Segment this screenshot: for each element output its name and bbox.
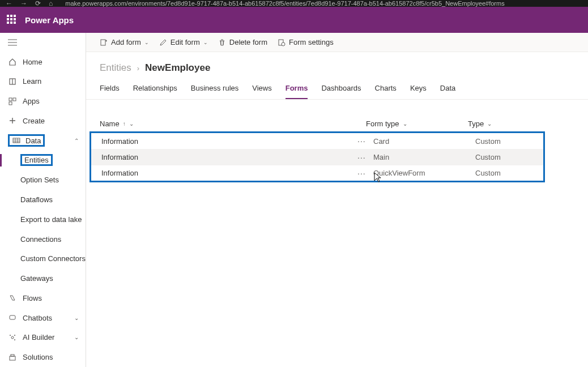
nav-label: Home (23, 58, 42, 66)
app-launcher-icon[interactable] (7, 15, 17, 25)
apps-icon (8, 97, 17, 106)
cell-formtype: QuickViewForm (373, 169, 475, 177)
svg-point-8 (14, 335, 15, 336)
add-form-button[interactable]: Add form ⌄ (100, 38, 149, 46)
solutions-icon (8, 353, 17, 362)
chatbot-icon (8, 313, 17, 322)
nav-apps[interactable]: Apps (0, 91, 86, 111)
nav-data-connections[interactable]: Connections (0, 229, 86, 249)
nav-create[interactable]: Create (0, 111, 86, 131)
tab-fields[interactable]: Fields (100, 84, 120, 99)
app-title: Power Apps (25, 15, 74, 25)
nav-label: Data (25, 136, 41, 145)
nav-data-optionsets[interactable]: Option Sets (0, 170, 86, 190)
cell-type: Custom (475, 137, 543, 146)
svg-rect-2 (13, 98, 16, 101)
table-header: Name ↑ ⌄ Form type ⌄ Type ⌄ (86, 116, 588, 131)
nav-data-customconnectors[interactable]: Custom Connectors (0, 249, 86, 268)
nav-data-export[interactable]: Export to data lake (0, 210, 86, 229)
settings-icon (278, 39, 286, 46)
left-nav: Home Learn Apps Create Data ⌃ Entities O… (0, 33, 86, 367)
table-body-highlight: Information ··· Card Custom Information … (90, 131, 545, 182)
chevron-up-icon: ⌃ (74, 138, 79, 144)
table-row[interactable]: Information ··· Main Custom (91, 149, 543, 165)
svg-rect-4 (13, 138, 20, 143)
tab-data[interactable]: Data (440, 84, 455, 99)
nav-label: Chatbots (23, 314, 52, 322)
address-bar[interactable]: make.powerapps.com/environments/7ed8d91e… (65, 0, 504, 7)
svg-rect-5 (10, 315, 15, 319)
column-header-type[interactable]: Type ⌄ (468, 120, 547, 128)
col-label: Form type (366, 120, 399, 128)
edit-form-button[interactable]: Edit form ⌄ (159, 38, 208, 46)
nav-chatbots[interactable]: Chatbots ⌄ (0, 308, 86, 328)
chevron-down-icon: ⌄ (144, 40, 149, 45)
flow-icon (8, 293, 17, 302)
cell-formtype: Main (373, 153, 475, 161)
home-icon (8, 57, 17, 66)
sort-asc-icon: ↑ (123, 121, 126, 127)
home-icon[interactable]: ⌂ (49, 0, 53, 7)
svg-point-7 (10, 335, 11, 336)
breadcrumb: Entities › NewEmployee (86, 62, 588, 74)
nav-aibuilder[interactable]: AI Builder ⌄ (0, 327, 86, 347)
breadcrumb-root[interactable]: Entities (100, 62, 131, 74)
tab-relationships[interactable]: Relationships (133, 84, 177, 99)
chevron-down-icon: ⌄ (203, 40, 208, 45)
column-header-name[interactable]: Name ↑ ⌄ (100, 120, 366, 128)
nav-data[interactable]: Data ⌃ (0, 131, 86, 151)
table-row[interactable]: Information ··· Card Custom (91, 133, 543, 149)
tab-dashboards[interactable]: Dashboards (321, 84, 361, 99)
add-form-icon (100, 39, 108, 46)
cell-type: Custom (475, 153, 543, 161)
nav-label: Learn (23, 77, 41, 86)
data-icon (12, 136, 21, 145)
delete-form-button[interactable]: Delete form (218, 38, 267, 46)
row-more-button[interactable]: ··· (357, 153, 373, 162)
row-more-button[interactable]: ··· (357, 136, 373, 146)
nav-learn[interactable]: Learn (0, 72, 86, 92)
tab-views[interactable]: Views (252, 84, 271, 99)
breadcrumb-current: NewEmployee (145, 62, 210, 74)
tab-charts[interactable]: Charts (375, 84, 397, 99)
nav-data-dataflows[interactable]: Dataflows (0, 190, 86, 210)
nav-label: Apps (23, 97, 40, 105)
svg-rect-10 (10, 356, 15, 360)
tab-forms[interactable]: Forms (286, 84, 308, 99)
collapse-nav-button[interactable] (0, 33, 86, 52)
nav-label: AI Builder (23, 333, 54, 342)
cell-name: Information (101, 137, 357, 146)
row-more-button[interactable]: ··· (357, 169, 373, 178)
form-settings-button[interactable]: Form settings (278, 38, 334, 46)
col-label: Type (468, 120, 484, 128)
svg-point-9 (14, 339, 15, 340)
chevron-right-icon: › (137, 64, 139, 72)
table-row[interactable]: Information ··· QuickViewForm Custom (91, 165, 543, 181)
entity-tabs: Fields Relationships Business rules View… (86, 84, 588, 100)
tab-keys[interactable]: Keys (410, 84, 427, 99)
book-icon (8, 77, 17, 86)
chevron-down-icon: ⌄ (74, 334, 79, 340)
chevron-down-icon: ⌄ (403, 121, 407, 127)
tab-businessrules[interactable]: Business rules (191, 84, 239, 99)
nav-label: Entities (20, 154, 53, 166)
nav-flows[interactable]: Flows (0, 288, 86, 308)
nav-solutions[interactable]: Solutions (0, 347, 86, 367)
back-icon[interactable]: ← (6, 0, 12, 7)
cmd-label: Form settings (289, 38, 334, 46)
chevron-down-icon: ⌄ (74, 315, 79, 321)
app-header: Power Apps (0, 7, 588, 33)
forward-icon[interactable]: → (20, 0, 27, 7)
svg-rect-12 (101, 40, 105, 45)
cell-name: Information (101, 169, 357, 177)
nav-data-entities[interactable]: Entities (0, 151, 86, 170)
nav-data-gateways[interactable]: Gateways (0, 268, 86, 288)
cell-name: Information (101, 153, 357, 161)
nav-home[interactable]: Home (0, 52, 86, 72)
reload-icon[interactable]: ⟳ (35, 0, 41, 7)
cmd-label: Delete form (229, 38, 267, 46)
chevron-down-icon: ⌄ (487, 121, 492, 127)
cmd-label: Edit form (171, 38, 200, 46)
col-label: Name (100, 120, 120, 128)
column-header-formtype[interactable]: Form type ⌄ (366, 120, 468, 128)
